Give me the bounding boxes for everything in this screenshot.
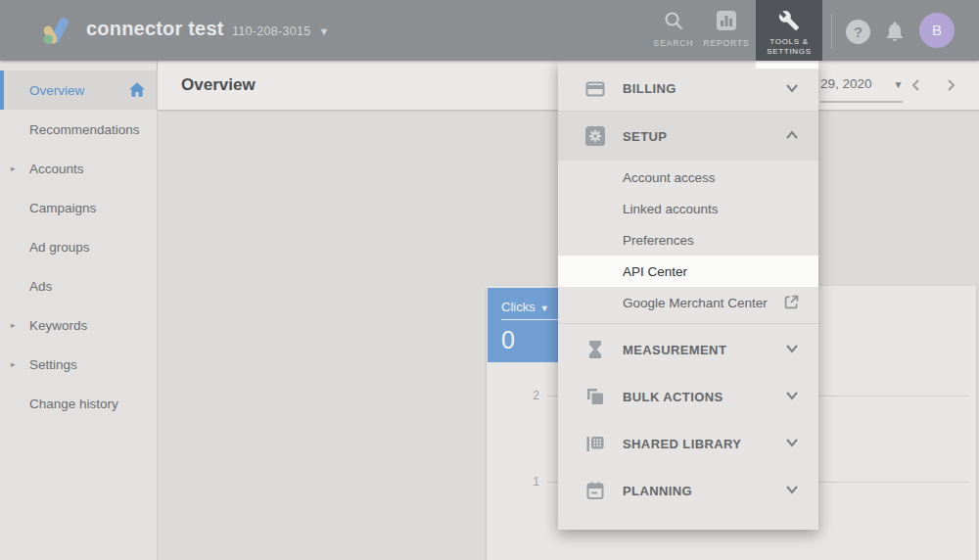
notifications-button[interactable]: [883, 18, 907, 47]
sidebar-item-keywords[interactable]: ▸Keywords: [0, 305, 158, 345]
sidebar-item-ads[interactable]: Ads: [0, 266, 158, 305]
help-button[interactable]: ?: [846, 20, 870, 44]
sidebar-item-settings[interactable]: ▸Settings: [0, 345, 158, 384]
tools-settings-menu: BILLING SETUP Account access Linked acco…: [558, 61, 818, 530]
hourglass-icon: [585, 340, 605, 359]
chevron-down-icon: ▼: [319, 25, 330, 37]
date-range-selector[interactable]: 29, 2020▼: [820, 76, 903, 91]
wrench-icon: [778, 10, 800, 31]
credit-card-icon: [585, 79, 605, 99]
expand-arrow-icon: ▸: [11, 320, 16, 330]
menu-section-bulk-actions[interactable]: BULK ACTIONS: [558, 373, 818, 420]
menu-item-api-center[interactable]: API Center: [558, 256, 818, 287]
menu-section-measurement[interactable]: MEASUREMENT: [558, 326, 818, 373]
expand-arrow-icon: ▸: [11, 163, 16, 173]
menu-item-linked-accounts[interactable]: Linked accounts: [558, 193, 818, 224]
chevron-down-icon: [784, 80, 800, 98]
library-grid-icon: [585, 434, 605, 453]
top-app-bar: connector test 110-208-3015▼ SEARCH REPO…: [0, 0, 979, 61]
menu-item-preferences[interactable]: Preferences: [558, 224, 818, 256]
question-mark-icon: ?: [854, 23, 862, 40]
menu-section-setup[interactable]: SETUP: [558, 112, 818, 161]
external-link-icon: [783, 294, 800, 313]
tools-and-settings-button[interactable]: TOOLS & SETTINGS: [756, 0, 822, 61]
left-navigation: Overview Recommendations ▸Accounts Campa…: [0, 61, 158, 560]
chevron-left-icon: [909, 78, 923, 92]
date-range-underline: [820, 101, 903, 103]
avatar[interactable]: B: [919, 13, 955, 48]
chevron-down-icon: [784, 482, 800, 499]
sidebar-item-change-history[interactable]: Change history: [0, 384, 158, 423]
chevron-down-icon: ▼: [894, 79, 904, 90]
copy-icon: [585, 387, 605, 406]
home-icon: [129, 82, 145, 100]
metric-underline: [501, 319, 558, 320]
chevron-right-icon: [944, 78, 957, 92]
reports-button[interactable]: REPORTS: [699, 10, 754, 59]
sidebar-item-ad-groups[interactable]: Ad groups: [0, 227, 158, 266]
date-range-text: 29, 2020: [820, 76, 872, 91]
reports-icon: [716, 10, 737, 31]
chevron-down-icon: ▼: [540, 303, 549, 313]
account-name-title: connector test: [86, 18, 224, 40]
account-id-selector[interactable]: 110-208-3015▼: [232, 24, 330, 38]
menu-section-shared-library[interactable]: SHARED LIBRARY: [558, 420, 818, 467]
previous-date-range-button[interactable]: [909, 78, 923, 92]
bell-icon: [883, 18, 907, 43]
menu-section-billing[interactable]: BILLING: [558, 67, 818, 111]
clipboard-icon: [585, 481, 605, 500]
chevron-down-icon: [784, 388, 800, 405]
sidebar-item-overview[interactable]: Overview: [0, 70, 158, 110]
gear-icon: [585, 126, 605, 146]
menu-divider: [558, 323, 818, 324]
page-title: Overview: [181, 75, 256, 95]
account-id: 110-208-3015: [232, 24, 311, 38]
menu-section-planning[interactable]: PLANNING: [558, 467, 818, 514]
chevron-down-icon: [784, 435, 800, 452]
sidebar-item-recommendations[interactable]: Recommendations: [0, 110, 158, 149]
google-ads-logo-icon: [41, 16, 74, 49]
menu-item-google-merchant-center[interactable]: Google Merchant Center: [558, 287, 818, 318]
expand-arrow-icon: ▸: [11, 359, 16, 369]
chevron-down-icon: [784, 341, 800, 358]
menu-attach-highlight: [756, 61, 818, 69]
chevron-up-icon: [784, 127, 800, 145]
next-date-range-button[interactable]: [944, 78, 957, 92]
sidebar-item-accounts[interactable]: ▸Accounts: [0, 149, 158, 188]
search-icon: [663, 10, 684, 31]
y-axis-tick: 2: [516, 389, 539, 402]
y-axis-tick: 1: [516, 475, 539, 489]
sidebar-item-campaigns[interactable]: Campaigns: [0, 188, 158, 227]
topbar-divider: [831, 14, 832, 49]
search-button[interactable]: SEARCH: [646, 10, 701, 59]
menu-item-account-access[interactable]: Account access: [558, 162, 818, 193]
